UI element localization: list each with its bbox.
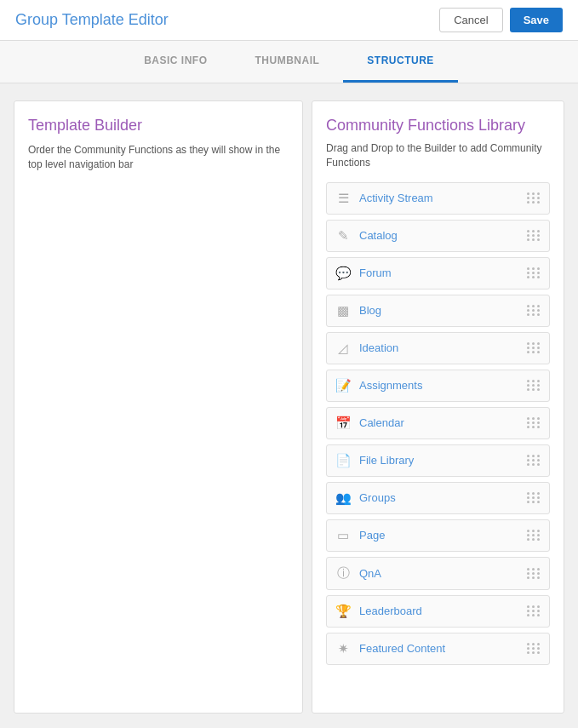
function-label: File Library: [359, 454, 414, 467]
save-button[interactable]: Save: [510, 8, 563, 32]
function-label: Page: [359, 529, 385, 542]
drag-handle-icon: [527, 267, 541, 278]
function-item-assignments[interactable]: 📝 Assignments: [326, 370, 550, 402]
function-item-left: 💬 Forum: [335, 266, 392, 281]
function-icon-file: 📄: [335, 453, 351, 468]
template-builder-title: Template Builder: [28, 117, 289, 135]
function-item-activity-stream[interactable]: ☰ Activity Stream: [326, 182, 550, 215]
function-item-catalog[interactable]: ✎ Catalog: [326, 220, 550, 252]
tab-structure[interactable]: STRUCTURE: [343, 41, 458, 83]
drag-handle-icon: [527, 568, 541, 579]
function-label: Assignments: [359, 379, 422, 392]
library-desc: Drag and Drop to the Builder to add Comm…: [326, 141, 550, 170]
function-label: Calendar: [359, 416, 404, 429]
function-icon-calendar: 📅: [335, 416, 351, 431]
page-title: Group Template Editor: [15, 11, 169, 29]
drag-handle-icon: [527, 643, 541, 654]
function-item-groups[interactable]: 👥 Groups: [326, 482, 550, 514]
function-item-left: ✎ Catalog: [335, 228, 398, 244]
function-icon-ideation: ◿: [335, 341, 351, 356]
function-item-leaderboard[interactable]: 🏆 Leaderboard: [326, 595, 550, 628]
function-label: Catalog: [359, 229, 398, 242]
drag-handle-icon: [527, 192, 541, 203]
function-item-left: ▩ Blog: [335, 303, 381, 318]
function-item-left: ☰ Activity Stream: [335, 191, 433, 206]
function-icon-list: ☰: [335, 191, 351, 206]
function-icon-page: ▭: [335, 528, 351, 543]
function-label: Activity Stream: [359, 192, 433, 204]
tab-basic-info[interactable]: BASIC INFO: [120, 41, 231, 83]
drag-handle-icon: [527, 605, 541, 616]
drag-handle-icon: [527, 455, 541, 466]
function-item-qna[interactable]: ⓘ QnA: [326, 557, 550, 590]
drag-handle-icon: [527, 380, 541, 391]
drag-handle-icon: [527, 417, 541, 428]
function-icon-groups: 👥: [335, 490, 351, 506]
function-item-file-library[interactable]: 📄 File Library: [326, 444, 550, 477]
function-icon-qna: ⓘ: [335, 565, 351, 582]
drag-handle-icon: [527, 492, 541, 503]
tabs-bar: BASIC INFO THUMBNAIL STRUCTURE: [0, 41, 578, 83]
template-builder-panel: Template Builder Order the Community Fun…: [14, 100, 303, 714]
header-actions: Cancel Save: [439, 8, 563, 32]
main-content: Template Builder Order the Community Fun…: [0, 83, 578, 728]
function-item-left: ✷ Featured Content: [335, 641, 445, 656]
function-item-left: 📄 File Library: [335, 453, 414, 468]
function-item-blog[interactable]: ▩ Blog: [326, 295, 550, 327]
function-icon-catalog: ✎: [335, 228, 351, 244]
function-label: Forum: [359, 267, 392, 279]
function-item-left: ⓘ QnA: [335, 565, 381, 582]
cancel-button[interactable]: Cancel: [439, 8, 502, 32]
function-icon-featured: ✷: [335, 641, 351, 656]
function-item-ideation[interactable]: ◿ Ideation: [326, 332, 550, 364]
function-item-left: 🏆 Leaderboard: [335, 604, 422, 619]
function-label: Groups: [359, 491, 396, 504]
function-icon-assignments: 📝: [335, 378, 351, 393]
function-item-featured-content[interactable]: ✷ Featured Content: [326, 633, 550, 665]
function-icon-leaderboard: 🏆: [335, 604, 351, 619]
function-item-calendar[interactable]: 📅 Calendar: [326, 407, 550, 439]
drag-handle-icon: [527, 230, 541, 241]
function-item-left: 📝 Assignments: [335, 378, 422, 393]
function-icon-blog: ▩: [335, 303, 351, 318]
function-label: Blog: [359, 304, 381, 317]
function-item-forum[interactable]: 💬 Forum: [326, 257, 550, 289]
function-item-left: 👥 Groups: [335, 490, 396, 506]
tab-thumbnail[interactable]: THUMBNAIL: [232, 41, 344, 83]
function-items-list: ☰ Activity Stream ✎ Catalog 💬 Forum ▩ Bl…: [326, 182, 550, 665]
function-label: QnA: [359, 567, 381, 580]
drag-handle-icon: [527, 342, 541, 353]
header: Group Template Editor Cancel Save: [0, 0, 578, 41]
function-label: Leaderboard: [359, 605, 422, 617]
drag-handle-icon: [527, 530, 541, 541]
function-item-page[interactable]: ▭ Page: [326, 519, 550, 552]
function-item-left: 📅 Calendar: [335, 416, 404, 431]
function-item-left: ◿ Ideation: [335, 341, 398, 356]
function-label: Ideation: [359, 341, 398, 354]
functions-library-panel: Community Functions Library Drag and Dro…: [312, 100, 564, 714]
function-icon-forum: 💬: [335, 266, 351, 281]
function-item-left: ▭ Page: [335, 528, 385, 543]
library-title: Community Functions Library: [326, 117, 550, 135]
drag-handle-icon: [527, 305, 541, 316]
template-builder-desc: Order the Community Functions as they wi…: [28, 143, 289, 172]
function-label: Featured Content: [359, 642, 445, 655]
